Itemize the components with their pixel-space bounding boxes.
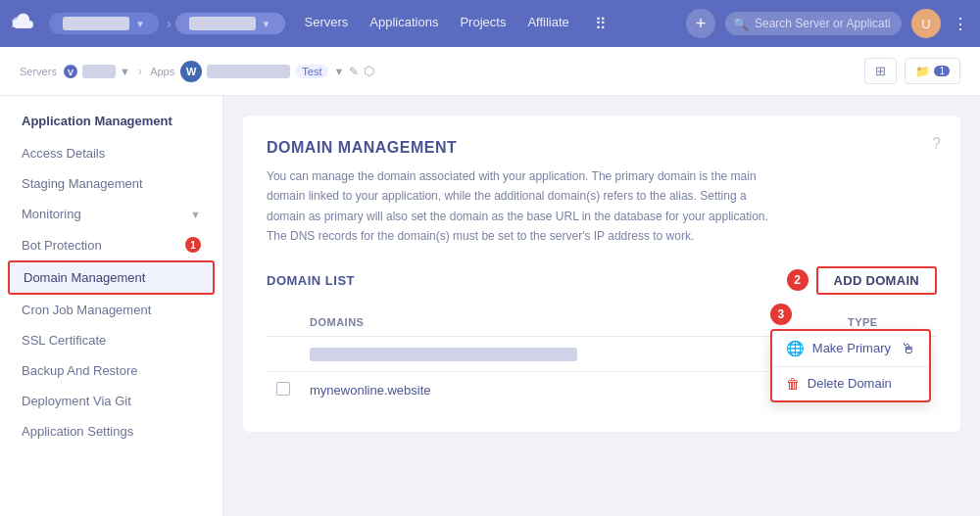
grid-icon[interactable]: ⠿	[595, 15, 607, 33]
row1-checkbox-cell	[267, 336, 300, 371]
breadcrumb-arrow-icon: ›	[138, 64, 142, 78]
files-button[interactable]: 📁 1	[905, 58, 960, 84]
globe-icon: 🌐	[786, 340, 805, 357]
top-navigation: ████████ ▼ › ████████ ▼ Servers Applicat…	[0, 0, 980, 47]
topnav-right-section: + 🔍 U ⋮	[686, 9, 968, 38]
table-icon: ⊞	[875, 64, 886, 78]
nav-link-applications[interactable]: Applications	[369, 15, 438, 33]
row1-domain: wordpress-████████████.cloudwaysapps.com	[300, 336, 789, 371]
test-badge: Test	[295, 65, 328, 78]
cursor-icon: 🖱	[901, 340, 915, 356]
app-label: ████████	[189, 17, 256, 30]
add-domain-button[interactable]: ADD DOMAIN	[816, 266, 938, 295]
app-value[interactable]: W ██████████ Test ▼ ✎ ⬡	[180, 61, 374, 82]
search-input[interactable]	[725, 12, 902, 35]
search-wrap: 🔍	[725, 12, 902, 35]
add-domain-wrap: 2 ADD DOMAIN	[787, 266, 938, 295]
sidebar-item-backup-restore[interactable]: Backup And Restore	[0, 355, 222, 386]
apps-label: Apps	[150, 66, 174, 77]
sidebar-item-bot-protection[interactable]: Bot Protection 1	[0, 229, 222, 260]
servers-breadcrumb: Servers V ████ ▼	[20, 64, 130, 79]
app-dropdown-icon[interactable]: ▼	[333, 66, 344, 77]
app-chevron-icon: ▼	[262, 19, 271, 29]
sidebar-item-label: Deployment Via Git	[22, 394, 131, 408]
server-name: ████	[82, 65, 116, 78]
col-checkbox	[267, 308, 300, 337]
context-menu: 🌐 Make Primary 🖱 🗑 Delete Domain	[770, 329, 931, 402]
help-icon[interactable]: ?	[932, 135, 941, 153]
sidebar-item-access-details[interactable]: Access Details	[0, 138, 222, 168]
nav-link-servers[interactable]: Servers	[305, 15, 349, 33]
more-options-icon[interactable]: ⋮	[953, 15, 968, 33]
chevron-down-icon: ▼	[190, 209, 201, 220]
nav-links: Servers Applications Projects Affiliate …	[305, 15, 686, 33]
breadcrumb-actions: ⊞ 📁 1	[864, 58, 960, 84]
delete-domain-menu-item[interactable]: 🗑 Delete Domain	[772, 367, 929, 400]
logo-area	[12, 13, 43, 34]
search-icon: 🔍	[733, 17, 749, 31]
trash-icon: 🗑	[786, 376, 800, 392]
step-2-badge: 2	[787, 269, 808, 291]
context-menu-wrap: 3 🌐 Make Primary 🖱 🗑 Delete Domain	[770, 304, 931, 402]
external-link-icon[interactable]: ⬡	[364, 64, 374, 78]
table-view-button[interactable]: ⊞	[864, 58, 897, 84]
files-count-badge: 1	[934, 66, 950, 76]
avatar[interactable]: U	[911, 9, 941, 38]
sidebar-item-label: Staging Management	[22, 176, 143, 191]
domain-name-text: mynewonline.website	[310, 383, 431, 398]
svg-text:V: V	[68, 68, 74, 77]
sidebar-item-label: Application Settings	[22, 424, 133, 439]
domain-list-header: DOMAIN LIST 2 ADD DOMAIN	[267, 266, 937, 295]
wordpress-icon: W	[180, 61, 202, 82]
sidebar-item-label: Monitoring	[22, 207, 81, 221]
sidebar-item-monitoring[interactable]: Monitoring ▼	[0, 199, 222, 229]
sidebar-item-label: Domain Management	[24, 270, 145, 285]
nav-link-affiliate[interactable]: Affiliate	[527, 15, 568, 33]
brand-pill[interactable]: ████████ ▼	[49, 13, 159, 34]
sidebar-section-title: Application Management	[0, 114, 222, 138]
row2-domain: mynewonline.website	[300, 371, 789, 408]
brand-label: ████████	[63, 17, 129, 30]
sidebar-item-application-settings[interactable]: Application Settings	[0, 416, 222, 446]
sidebar-item-label: Backup And Restore	[22, 363, 138, 378]
app-name: ██████████	[207, 65, 290, 78]
main-content: DOMAIN MANAGEMENT You can manage the dom…	[223, 96, 980, 516]
cloud-logo-icon	[12, 13, 43, 34]
nav-arrow-icon: ›	[167, 16, 172, 31]
delete-domain-label: Delete Domain	[808, 376, 892, 391]
col-domains: DOMAINS	[300, 308, 789, 337]
sidebar-item-label: Bot Protection	[22, 238, 102, 253]
sidebar-item-label: Cron Job Management	[22, 303, 151, 317]
brand-chevron-icon: ▼	[135, 19, 145, 29]
checkbox-icon[interactable]	[276, 382, 290, 396]
server-value[interactable]: V ████ ▼	[63, 64, 130, 79]
server-logo-icon: V	[63, 64, 78, 79]
card-title: DOMAIN MANAGEMENT	[267, 139, 937, 157]
make-primary-label: Make Primary	[812, 341, 891, 355]
servers-label: Servers	[20, 66, 57, 77]
sidebar-item-cron-job[interactable]: Cron Job Management	[0, 295, 222, 325]
server-dropdown-icon[interactable]: ▼	[120, 66, 130, 77]
sidebar-item-staging-management[interactable]: Staging Management	[0, 168, 222, 199]
files-icon: 📁	[915, 65, 930, 78]
add-button[interactable]: +	[686, 9, 715, 38]
sidebar-item-ssl[interactable]: SSL Certificate	[0, 325, 222, 355]
app-pill[interactable]: ████████ ▼	[175, 13, 285, 34]
sidebar-item-deployment[interactable]: Deployment Via Git	[0, 386, 222, 416]
sidebar-item-label: Access Details	[22, 146, 105, 161]
row2-checkbox-cell[interactable]	[267, 371, 300, 408]
sidebar-item-label: SSL Certificate	[22, 333, 106, 348]
make-primary-menu-item[interactable]: 🌐 Make Primary 🖱	[772, 331, 929, 366]
bot-protection-badge: 1	[185, 237, 201, 253]
nav-link-projects[interactable]: Projects	[460, 15, 506, 33]
domain-list-title: DOMAIN LIST	[267, 273, 355, 288]
card-description: You can manage the domain associated wit…	[267, 166, 776, 247]
sidebar: Application Management Access Details St…	[0, 96, 223, 516]
apps-breadcrumb: Apps W ██████████ Test ▼ ✎ ⬡	[150, 61, 374, 82]
edit-icon[interactable]: ✎	[349, 65, 359, 78]
breadcrumb-bar: Servers V ████ ▼ › Apps W ██████████ Tes…	[0, 47, 980, 96]
main-layout: Application Management Access Details St…	[0, 96, 980, 516]
sidebar-item-domain-management[interactable]: Domain Management	[8, 260, 215, 295]
domain-management-card: DOMAIN MANAGEMENT You can manage the dom…	[243, 116, 960, 432]
step-3-badge: 3	[770, 304, 792, 325]
